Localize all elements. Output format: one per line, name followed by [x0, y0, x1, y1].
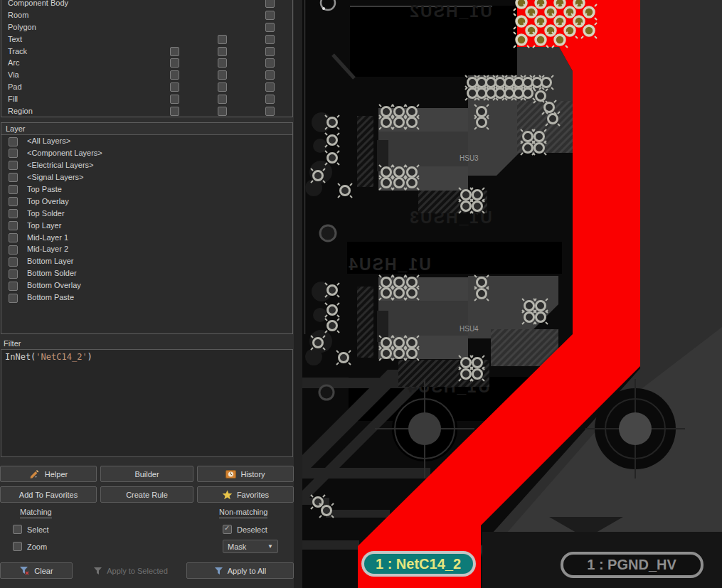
layer-row[interactable]: Mid-Layer 1: [1, 232, 292, 244]
matching-header: Matching: [20, 508, 52, 518]
object-type-checkbox[interactable]: [170, 95, 179, 104]
layer-checkbox[interactable]: [9, 185, 18, 194]
pcb-editor-view[interactable]: U1_HSU2 U1_HSU3 U1_HSU4 U1_HSU4 HSU3: [302, 0, 722, 588]
object-type-checkbox[interactable]: [218, 107, 227, 116]
layer-checkbox[interactable]: [9, 282, 18, 291]
object-type-checkbox[interactable]: [170, 70, 179, 80]
pcb-canvas[interactable]: U1_HSU2 U1_HSU3 U1_HSU4 U1_HSU4 HSU3: [302, 0, 722, 588]
object-type-checkbox[interactable]: [218, 47, 227, 56]
layer-checkbox[interactable]: [9, 149, 18, 158]
object-type-checkbox[interactable]: [170, 47, 179, 56]
object-type-checkbox[interactable]: [218, 58, 227, 68]
object-type-row: Polygon: [1, 21, 292, 33]
layer-checkbox[interactable]: [9, 209, 18, 218]
object-type-checkbox[interactable]: [170, 58, 179, 68]
builder-button[interactable]: Builder: [100, 466, 193, 482]
clear-label: Clear: [34, 567, 53, 575]
masked-pad: [305, 179, 322, 196]
object-type-checkbox[interactable]: [265, 70, 275, 80]
designator-text: HSU3: [460, 154, 479, 162]
object-type-checkbox[interactable]: [265, 58, 275, 68]
layer-row[interactable]: Bottom Layer: [1, 255, 292, 267]
layer-label: Mid-Layer 2: [27, 245, 68, 253]
layer-checkbox[interactable]: [9, 137, 18, 146]
layer-row[interactable]: <Component Layers>: [1, 147, 292, 159]
object-type-checkbox[interactable]: [265, 11, 275, 20]
select-label: Select: [27, 525, 49, 534]
net-label-unmatched-text: 1 : PGND_HV: [587, 557, 676, 572]
layer-row[interactable]: <Electrical Layers>: [1, 159, 292, 171]
layer-checkbox[interactable]: [9, 294, 18, 303]
layer-row[interactable]: <All Layers>: [1, 135, 292, 147]
filter-expression-input[interactable]: InNet('NetC14_2'): [1, 349, 293, 457]
layer-row[interactable]: Bottom Solder: [1, 267, 292, 279]
select-checkbox[interactable]: [13, 525, 22, 534]
layer-row[interactable]: Top Overlay: [1, 196, 292, 208]
clear-button[interactable]: Clear: [0, 562, 73, 579]
layer-label: Bottom Paste: [27, 293, 74, 301]
deselect-checkbox[interactable]: [223, 525, 232, 534]
object-type-checkbox[interactable]: [265, 23, 275, 32]
layer-checkbox[interactable]: [9, 197, 18, 206]
layer-checkbox[interactable]: [9, 161, 18, 170]
layer-row[interactable]: Top Paste: [1, 183, 292, 196]
layer-row[interactable]: <Signal Layers>: [1, 171, 292, 183]
layer-row[interactable]: Bottom Overlay: [1, 279, 292, 292]
layer-checkbox[interactable]: [9, 221, 18, 230]
layer-label: <All Layers>: [27, 137, 70, 145]
select-option[interactable]: Select: [13, 525, 49, 534]
object-type-checkbox[interactable]: [265, 107, 275, 116]
history-button[interactable]: History: [197, 466, 294, 482]
object-type-checkbox[interactable]: [265, 82, 275, 92]
mask-dropdown[interactable]: Mask ▼: [223, 540, 278, 553]
zoom-label: Zoom: [27, 542, 47, 551]
layer-checkbox[interactable]: [9, 173, 18, 182]
object-type-checkbox[interactable]: [218, 70, 227, 80]
panel-splitter[interactable]: [294, 0, 302, 588]
history-label: History: [240, 470, 265, 479]
hole-highlight: [322, 7, 325, 10]
favorites-button[interactable]: Favorites: [197, 486, 294, 503]
zoom-checkbox[interactable]: [13, 542, 22, 551]
net-label-unmatched[interactable]: 1 : PGND_HV: [562, 553, 702, 577]
zoom-option[interactable]: Zoom: [13, 542, 47, 551]
layer-row[interactable]: Bottom Paste: [1, 292, 292, 304]
layer-row[interactable]: Top Solder: [1, 208, 292, 220]
favorites-label: Favorites: [237, 491, 269, 499]
layer-checkbox[interactable]: [9, 233, 18, 242]
object-type-checkbox[interactable]: [170, 82, 179, 92]
apply-to-all-label: Apply to All: [228, 567, 266, 575]
layer-checkbox[interactable]: [9, 245, 18, 255]
pcb-filter-panel: Component Body Room Polygon Text Track A…: [0, 0, 294, 588]
layer-row[interactable]: Mid-Layer 2: [1, 243, 292, 255]
plated-hole: [320, 225, 336, 241]
object-type-checkbox[interactable]: [218, 95, 227, 104]
create-rule-button[interactable]: Create Rule: [100, 486, 193, 503]
object-type-checkbox[interactable]: [265, 35, 275, 44]
layer-label: <Electrical Layers>: [27, 161, 94, 169]
object-type-checkbox[interactable]: [265, 0, 275, 8]
object-type-label: Text: [8, 35, 22, 43]
silkscreen-text-mirrored: U1_HSU4: [347, 255, 431, 274]
apply-to-all-button[interactable]: Apply to All: [186, 562, 294, 579]
net-label-matched[interactable]: 1 : NetC14_2: [363, 552, 474, 575]
object-type-checkbox[interactable]: [218, 82, 227, 92]
helper-button[interactable]: Helper: [0, 466, 97, 482]
object-type-checkbox[interactable]: [218, 35, 227, 44]
layer-row[interactable]: Top Layer: [1, 220, 292, 232]
object-type-checkbox[interactable]: [265, 47, 275, 56]
object-type-row: Pad: [1, 81, 292, 93]
add-to-favorites-button[interactable]: Add To Favorites: [0, 486, 97, 503]
object-type-checkbox[interactable]: [170, 107, 179, 116]
object-type-row: Region: [1, 105, 292, 117]
layer-checkbox[interactable]: [9, 257, 18, 267]
star-icon: [222, 490, 233, 500]
via[interactable]: [319, 503, 334, 518]
object-type-checkbox[interactable]: [265, 95, 275, 104]
object-type-label: Component Body: [8, 0, 68, 7]
add-to-favorites-label: Add To Favorites: [19, 491, 78, 499]
deselect-option[interactable]: Deselect: [223, 525, 267, 534]
layer-checkbox[interactable]: [9, 269, 18, 279]
object-type-row: Room: [1, 9, 292, 21]
plated-hole: [319, 385, 334, 400]
